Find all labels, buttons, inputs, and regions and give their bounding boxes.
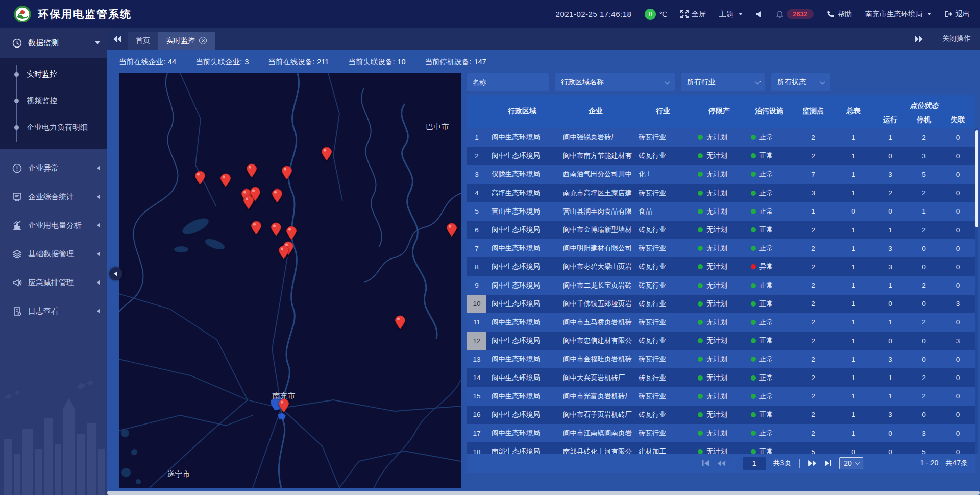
- status-dot-icon: [698, 172, 703, 177]
- table-row[interactable]: 3 仪陇生态环境局 西南油气田分公司川中 化工 无计划 正常 7 1 3 5 0: [467, 165, 975, 183]
- tab-realtime-monitoring[interactable]: 实时监控: [158, 32, 215, 50]
- col-run: 运行: [873, 111, 907, 128]
- map-pin-icon[interactable]: [278, 398, 289, 413]
- horizontal-scrollbar[interactable]: [107, 491, 980, 495]
- cell-lost: 0: [941, 239, 975, 257]
- sidebar-item-video-monitoring[interactable]: 视频监控: [0, 87, 107, 114]
- last-page-button[interactable]: [824, 460, 832, 467]
- cell-industry: 砖瓦行业: [633, 257, 693, 276]
- logout-button[interactable]: 退出: [945, 10, 970, 19]
- sidebar-item-log-view[interactable]: 日志查看: [0, 297, 107, 325]
- sidebar-item-data-monitoring[interactable]: 数据监测: [0, 28, 107, 58]
- table-row[interactable]: 17 阆中生态环境局 阆中市江南镇阆南页岩 砖瓦行业 无计划 正常 2 1 0 …: [467, 424, 975, 442]
- table-row[interactable]: 6 阆中生态环境局 阆中市金博瑞新型墙材 砖瓦行业 无计划 正常 2 1 1 2…: [467, 221, 975, 239]
- table-row[interactable]: 7 阆中生态环境局 阆中明阳建材有限公司 砖瓦行业 无计划 正常 2 1 3 0…: [467, 239, 975, 257]
- col-meter: 总表: [834, 95, 873, 128]
- node-dot-icon: [14, 72, 19, 77]
- help-button[interactable]: 帮助: [827, 10, 852, 19]
- map-pin-icon[interactable]: [194, 171, 206, 185]
- map-panel[interactable]: 巴中市 南充市 遂宁市: [119, 73, 461, 488]
- tab-home[interactable]: 首页: [128, 32, 158, 50]
- cell-index: 11: [467, 313, 486, 332]
- region-select[interactable]: 行政区域名称: [555, 73, 675, 91]
- tab-close-icon[interactable]: [199, 37, 207, 44]
- map-pin-icon[interactable]: [446, 223, 457, 237]
- table-row[interactable]: 10 阆中生态环境局 阆中千佛镇五郎垭页岩 砖瓦行业 无计划 正常 2 1 0 …: [467, 295, 975, 313]
- status-select[interactable]: 所有状态: [771, 73, 830, 91]
- table-row[interactable]: 8 阆中生态环境局 阆中市枣碧大梁山页岩 砖瓦行业 无计划 异常 2 1 3 0…: [467, 257, 975, 276]
- cell-facility: 正常: [746, 406, 793, 424]
- cell-meter: 1: [834, 368, 873, 387]
- table-row[interactable]: 9 阆中生态环境局 阆中市二龙长宝页岩砖 砖瓦行业 无计划 正常 2 1 1 2…: [467, 276, 975, 295]
- sidebar-item-realtime-monitoring[interactable]: 实时监控: [0, 61, 107, 87]
- table-row[interactable]: 13 阆中生态环境局 阆中市金福旺页岩机砖 砖瓦行业 无计划 正常 2 1 3 …: [467, 350, 975, 368]
- map-pin-icon[interactable]: [395, 315, 406, 329]
- cell-meter: 1: [834, 184, 873, 202]
- cell-plan: 无计划: [693, 295, 746, 313]
- cell-points: 2: [793, 387, 834, 406]
- cell-points: 2: [793, 128, 834, 147]
- map-pin-icon[interactable]: [271, 222, 282, 237]
- cell-lost: 0: [941, 424, 975, 442]
- stat-label: 当前在线设备:: [268, 58, 314, 66]
- theme-menu[interactable]: 主题: [719, 10, 743, 19]
- map-pin-icon[interactable]: [321, 147, 332, 161]
- sidebar-item-power-load-detail[interactable]: 企业电力负荷明细: [0, 114, 107, 140]
- tabs-scroll-left-button[interactable]: [107, 36, 128, 42]
- sidebar-item-enterprise-statistics[interactable]: 企业综合统计: [0, 182, 107, 211]
- map-pin-icon[interactable]: [278, 245, 289, 260]
- table-row[interactable]: 11 阆中生态环境局 阆中市五马桥页岩机砖 砖瓦行业 无计划 正常 2 1 1 …: [467, 313, 975, 332]
- cell-index: 17: [467, 424, 486, 442]
- industry-select[interactable]: 所有行业: [681, 73, 765, 91]
- table-scrollbar-thumb[interactable]: [975, 130, 978, 227]
- stat-value: 147: [474, 58, 486, 66]
- fullscreen-button[interactable]: 全屏: [680, 10, 706, 19]
- map-pin-icon[interactable]: [251, 221, 262, 235]
- sidebar-item-basic-data[interactable]: 基础数据管理: [0, 240, 107, 268]
- cell-lost: 0: [941, 387, 975, 406]
- cell-meter: 0: [834, 202, 873, 221]
- notifications[interactable]: 2632: [776, 9, 814, 19]
- close-operations-button[interactable]: 关闭操作: [942, 34, 971, 43]
- sidebar-item-enterprise-abnormal[interactable]: 企业异常: [0, 154, 107, 182]
- prev-page-button[interactable]: [717, 460, 726, 467]
- name-search-input[interactable]: [467, 73, 549, 91]
- table-row[interactable]: 14 阆中生态环境局 阆中大兴页岩机砖厂 砖瓦行业 无计划 正常 2 1 1 2…: [467, 368, 975, 387]
- map-pin-icon[interactable]: [272, 188, 283, 203]
- sidebar-item-power-analysis[interactable]: 企业用电量分析: [0, 211, 107, 240]
- cell-points: 2: [793, 368, 834, 387]
- map-pin-icon[interactable]: [286, 226, 297, 240]
- map-collapse-button[interactable]: [109, 267, 122, 280]
- table-row[interactable]: 2 阆中生态环境局 阆中市南方节能建材有 砖瓦行业 无计划 正常 2 1 0 3…: [467, 147, 975, 165]
- table-row[interactable]: 1 阆中生态环境局 阆中强锐页岩砖厂 砖瓦行业 无计划 正常 2 1 1 2 0: [467, 128, 975, 147]
- table-row[interactable]: 15 阆中生态环境局 阆中市光富页岩机砖厂 砖瓦行业 无计划 正常 2 1 1 …: [467, 387, 975, 406]
- mute-button[interactable]: [756, 11, 763, 18]
- cell-points: 2: [793, 424, 834, 442]
- sidebar-item-emergency-reduction[interactable]: 应急减排管理: [0, 268, 107, 297]
- header-right: 2021-02-25 17:46:18 0 ℃ 全屏 主题: [556, 9, 970, 20]
- first-page-button[interactable]: [702, 460, 710, 467]
- map-pin-icon[interactable]: [220, 173, 231, 187]
- map-pin-icon[interactable]: [281, 166, 292, 180]
- cell-run: 0: [873, 295, 907, 313]
- map-pin-icon[interactable]: [246, 163, 257, 178]
- table-row[interactable]: 5 营山生态环境局 营山县润丰肉食品有限 食品 无计划 正常 1 0 0 1 0: [467, 202, 975, 221]
- table-row[interactable]: 16 阆中生态环境局 阆中市石子页岩机砖厂 砖瓦行业 无计划 正常 2 1 3 …: [467, 406, 975, 424]
- org-menu[interactable]: 南充市生态环境局: [865, 10, 932, 19]
- cell-region: 阆中生态环境局: [486, 239, 558, 257]
- table-row[interactable]: 12 阆中生态环境局 阆中市忠信建材有限公 砖瓦行业 无计划 正常 2 1 0 …: [467, 332, 975, 350]
- cell-region: 高坪生态环境局: [486, 184, 558, 202]
- page-number-input[interactable]: [743, 457, 766, 470]
- page-size-select[interactable]: 20: [839, 457, 863, 469]
- tabs-scroll-right-button[interactable]: [909, 36, 929, 42]
- cell-region: 仪陇生态环境局: [486, 165, 558, 183]
- table-row[interactable]: 18 南部生态环境局 南部县砖化上河有限公 建材加工 无计划 正常 5 0 0 …: [467, 442, 975, 454]
- map-pin-icon[interactable]: [243, 195, 254, 209]
- cell-industry: 砖瓦行业: [633, 406, 693, 424]
- next-page-button[interactable]: [808, 460, 817, 467]
- table-row[interactable]: 4 高坪生态环境局 南充市高坪区王家店建 砖瓦行业 无计划 正常 3 1 2 2…: [467, 184, 975, 202]
- cell-plan: 无计划: [693, 147, 746, 165]
- cell-facility: 正常: [746, 424, 793, 442]
- table-scrollbar[interactable]: [975, 128, 978, 454]
- temperature-unit: ℃: [659, 10, 667, 18]
